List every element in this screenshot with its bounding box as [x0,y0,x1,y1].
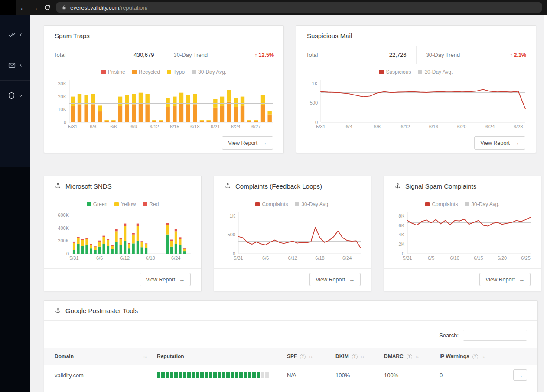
url-bar[interactable]: everest.validity.com/reputation/ [56,2,542,13]
svg-text:5/31: 5/31 [68,124,77,129]
lock-icon [62,5,67,10]
chart-legend: GreenYellowRed [52,198,193,209]
suspicious-mail-chart: 05001K5/316/46/86/126/166/206/246/28 [304,77,528,130]
reputation-segment [157,372,160,378]
sidebar-item-reputation[interactable] [0,81,30,111]
reputation-segment [205,372,208,378]
trend-up-icon: ↑ [254,52,257,58]
reputation-segment [261,372,264,378]
trend-stat: 30-Day Trend ↑2.1% [416,46,536,64]
svg-text:6/18: 6/18 [190,124,199,129]
forward-button[interactable]: → [29,2,41,13]
svg-text:6/15: 6/15 [474,255,483,261]
view-report-label: View Report [316,277,345,283]
view-report-button[interactable]: View Report→ [474,136,525,150]
view-report-label: View Report [485,277,515,283]
legend-item: 30-Day Avg. [418,69,453,75]
card-footer: View Report→ [384,268,541,291]
reputation-segment [179,372,182,378]
legend-item: Complaints [255,201,288,207]
reload-button[interactable] [42,2,53,13]
sort-icon[interactable]: ↑↓ [481,354,485,359]
trend-percent: 2.1% [514,52,527,58]
column-header-reputation[interactable]: Reputation [152,353,282,359]
legend-swatch [418,70,422,74]
column-label: DKIM [335,353,349,359]
legend-item: Pristine [101,69,125,75]
view-report-button[interactable]: View Report→ [222,136,273,150]
legend-swatch [255,202,260,206]
row-detail-button[interactable]: → [513,369,527,381]
info-icon[interactable]: ? [407,354,412,359]
total-value: 22,726 [389,52,407,58]
card-title: Microsoft SNDS [65,183,112,190]
legend-item: Red [143,201,159,207]
card-header: Signal Spam Complaints [384,176,541,196]
svg-text:6/20: 6/20 [457,124,466,129]
view-report-button[interactable]: View Report→ [140,273,191,286]
tab-stub [0,0,16,15]
legend-label: 30-Day Avg. [198,69,226,75]
arrow-right-icon: → [519,276,524,283]
reputation-segment [213,372,217,378]
main-content: Spam Traps Total 430,679 30-Day Trend ↑1… [30,15,547,392]
info-icon[interactable]: ? [472,354,478,359]
view-report-button[interactable]: View Report→ [309,273,361,286]
column-header-ip-warnings[interactable]: IP Warnings ? ↑↓ [434,353,508,359]
svg-text:4K: 4K [399,232,405,237]
svg-text:200K: 200K [58,238,69,243]
sidebar-item-validation[interactable] [0,20,30,50]
svg-text:10K: 10K [58,107,66,112]
svg-text:6/16: 6/16 [429,124,438,129]
reputation-bar [157,372,270,378]
chart-area: Complaints30-Day Avg. 05001K5/316/66/126… [214,196,371,268]
svg-text:400K: 400K [58,225,69,231]
search-input[interactable] [463,330,527,341]
chevron-left-icon [19,63,23,68]
sidebar-divider [0,15,30,20]
sort-icon[interactable]: ↑↓ [143,354,147,359]
search-label: Search: [439,332,459,339]
scrollbar[interactable] [544,15,547,392]
trend-value: ↑12.5% [254,52,274,58]
card-title: Signal Spam Complaints [405,183,476,190]
sidebar-item-mail[interactable] [0,50,30,81]
svg-text:6/24: 6/24 [485,124,495,129]
chevron-left-icon [19,33,23,37]
view-report-button[interactable]: View Report→ [479,273,531,286]
svg-text:6/18: 6/18 [315,255,324,261]
domain-cell: validity.com [44,372,152,379]
column-header-dkim[interactable]: DKIM ? ↑↓ [330,353,379,359]
total-label: Total [306,52,318,58]
sort-icon[interactable]: ↑↓ [415,354,419,359]
info-icon[interactable]: ? [300,354,306,359]
arrow-right-icon: → [518,372,523,379]
arrow-right-icon: → [179,276,185,283]
reputation-segment [235,372,238,378]
double-check-icon [8,31,16,39]
reputation-segment [265,372,269,378]
back-button[interactable]: ← [17,2,29,13]
data-source-anchor-icon [394,183,401,189]
data-source-anchor-icon [225,183,231,189]
legend-item: Recycled [132,69,160,75]
column-header-dmarc[interactable]: DMARC ? ↑↓ [379,353,434,359]
column-label: SPF [287,353,297,359]
column-header-spf[interactable]: SPF ? ↑↓ [282,353,330,359]
svg-text:6/6: 6/6 [110,124,117,129]
stats-row: Total 430,679 30-Day Trend ↑12.5% [44,46,283,64]
svg-text:5/31: 5/31 [234,255,243,261]
card-header: Suspicious Mail [296,26,536,46]
trend-percent: 12.5% [259,52,274,58]
sort-icon[interactable]: ↑↓ [309,354,312,359]
column-header-domain[interactable]: Domain ↑↓ [44,353,152,359]
sort-icon[interactable]: ↑↓ [361,354,364,359]
legend-swatch [101,70,106,74]
dkim-value: 100% [335,372,350,379]
table-row: validity.com N/A 100% 100% 0 [44,365,537,385]
svg-text:8K: 8K [399,213,405,219]
info-icon[interactable]: ? [352,354,358,359]
domain-value: validity.com [55,372,84,379]
table-header: Domain ↑↓ Reputation SPF ? ↑↓ DKIM ? ↑ [44,348,537,365]
legend-item: 30-Day Avg. [192,69,226,75]
